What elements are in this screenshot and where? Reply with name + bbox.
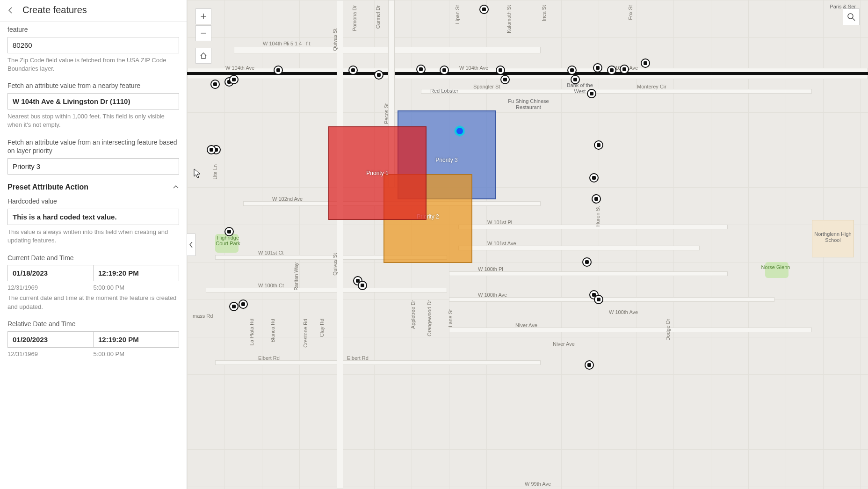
svg-point-0 [848, 14, 853, 19]
bus-stop-marker[interactable] [593, 63, 602, 73]
preset-section-header[interactable]: Preset Attribute Action [7, 183, 179, 191]
polygon-label-p3: Priority 3 [435, 157, 457, 163]
map-search-button[interactable] [843, 8, 860, 25]
zip-field-group: feature The Zip Code field value is fetc… [7, 25, 179, 73]
preset-section-title: Preset Attribute Action [7, 183, 88, 191]
bus-stop-marker[interactable] [496, 66, 505, 75]
road-label-lipan: Lipan St [454, 5, 461, 24]
bus-stop-marker[interactable] [210, 80, 220, 89]
bus-stop-marker[interactable] [620, 65, 629, 74]
bus-stop-marker[interactable] [229, 302, 239, 311]
road-label-quivas-b: Quivas St [331, 253, 339, 276]
chevron-up-icon [173, 184, 179, 190]
road-w100th-ct [206, 288, 447, 292]
road-label-niver-ave: Niver Ave [514, 322, 538, 328]
road-label-w100th-ave-2: W 100th Ave [608, 309, 639, 315]
zip-field-label: feature [7, 25, 179, 34]
road-label-niver-ave-2: Niver Ave [552, 341, 576, 347]
road-label-appletree: Appletree Dr [409, 299, 417, 329]
road-label-spangler-st: Spangler St [472, 83, 501, 90]
back-button[interactable] [6, 5, 16, 15]
bus-stop-marker[interactable] [229, 75, 239, 84]
road-label-w101st-ct: W 101st Ct [257, 249, 284, 256]
road-label-raritan: Raritan Way [292, 262, 300, 291]
relative-time-input[interactable] [93, 331, 179, 348]
polygon-priority-1[interactable]: Priority 1 [328, 126, 427, 220]
relative-dt-group: Relative Date and Time 12/31/1969 5:00:0… [7, 320, 179, 358]
bus-stop-marker[interactable] [571, 75, 580, 84]
current-prev-time: 5:00:00 PM [94, 284, 180, 291]
home-button[interactable] [195, 48, 211, 64]
priority-input[interactable] [7, 158, 179, 175]
zoom-controls: + − [195, 8, 211, 41]
zip-input[interactable] [7, 37, 179, 53]
nearby-input[interactable] [7, 93, 179, 109]
hardcoded-field-group: Hardcoded value This value is always wri… [7, 197, 179, 245]
road-niver-ave [449, 328, 812, 332]
road-label-w100th-ct: W 100th Ct [257, 282, 285, 289]
bus-stop-marker[interactable] [374, 70, 383, 80]
nearby-field-group: Fetch an attribute value from a nearby f… [7, 81, 179, 129]
bus-stop-marker[interactable] [594, 140, 603, 150]
bus-stop-marker[interactable] [587, 89, 596, 98]
map-canvas[interactable]: W 104th Ave W 104th Ave W 104th Ave W 10… [187, 0, 868, 489]
panel-title: Create features [22, 5, 87, 15]
road-label-dodge: Dodge Dr [664, 318, 672, 341]
scale-bar-label: 5514 ft [285, 40, 313, 47]
bus-stop-marker[interactable] [589, 173, 599, 182]
bus-stop-marker[interactable] [274, 66, 283, 75]
current-prev-date: 12/31/1969 [7, 284, 94, 291]
road-label-w101st-ave: W 101st Ave [486, 240, 517, 247]
bus-stop-marker[interactable] [592, 194, 601, 204]
chevron-left-icon [189, 241, 194, 248]
road-label-w104th-ave-l: W 104th Ave [224, 65, 255, 71]
minus-icon: − [201, 27, 207, 39]
hardcoded-label: Hardcoded value [7, 197, 179, 206]
current-dt-group: Current Date and Time 12/31/1969 5:00:00… [7, 254, 179, 311]
road-label-pomona: Pomona Dr [351, 5, 358, 32]
road-label-w104th-ave-c: W 104th Ave [458, 65, 489, 71]
bus-stop-marker[interactable] [348, 66, 358, 75]
panel-body[interactable]: feature The Zip Code field value is fetc… [0, 22, 187, 489]
bus-stop-marker[interactable] [224, 227, 234, 236]
road-label-pecos: Pecos St [383, 103, 390, 124]
road-label-lane: Lane St [447, 309, 454, 328]
bus-stop-marker[interactable] [358, 281, 367, 290]
road-label-elbert-2: Elbert Rd [346, 355, 369, 361]
road-label-monterey-cir: Monterey Cir [636, 83, 667, 90]
bus-stop-marker[interactable] [479, 5, 489, 14]
poi-fushing: Fu Shing Chinese Restaurant [505, 98, 552, 110]
polygon-label-p1: Priority 1 [366, 170, 388, 176]
road-label-w100th-pl: W 100th Pl [477, 266, 504, 272]
relative-prev-time: 5:00:00 PM [94, 350, 180, 358]
current-time-input[interactable] [93, 265, 179, 281]
relative-date-input[interactable] [7, 331, 93, 348]
bus-stop-marker[interactable] [416, 65, 426, 74]
current-date-input[interactable] [7, 265, 93, 281]
road-label-w102nd: W 102nd Ave [271, 196, 304, 202]
bus-stop-marker[interactable] [594, 295, 603, 304]
bus-stop-marker[interactable] [585, 360, 594, 370]
road-label-fox: Fox St [627, 5, 634, 21]
bus-stop-marker[interactable] [582, 257, 592, 267]
hardcoded-input[interactable] [7, 209, 179, 225]
zoom-in-button[interactable]: + [195, 8, 211, 24]
zip-field-hint: The Zip Code field value is fetched from… [7, 56, 179, 73]
panel-collapse-button[interactable] [187, 234, 195, 256]
road-label-inca: Inca St [540, 5, 548, 22]
road-label-elbert: Elbert Rd [257, 355, 281, 361]
bus-stop-marker[interactable] [607, 66, 616, 75]
bus-stop-marker[interactable] [239, 299, 248, 309]
priority-field-group: Fetch an attribute value from an interse… [7, 138, 179, 175]
bus-stop-marker[interactable] [641, 58, 650, 68]
bus-stop-marker[interactable] [567, 66, 577, 75]
cursor-icon [194, 168, 201, 179]
park-label-norse: Norse Glenn [758, 264, 793, 270]
current-location-dot [455, 126, 464, 136]
bus-stop-marker[interactable] [207, 145, 216, 154]
bus-stop-marker[interactable] [500, 75, 510, 84]
road-w104th-pl [234, 47, 541, 53]
zoom-out-button[interactable]: − [195, 25, 211, 41]
bus-stop-marker[interactable] [440, 66, 449, 75]
current-dt-label: Current Date and Time [7, 254, 179, 263]
